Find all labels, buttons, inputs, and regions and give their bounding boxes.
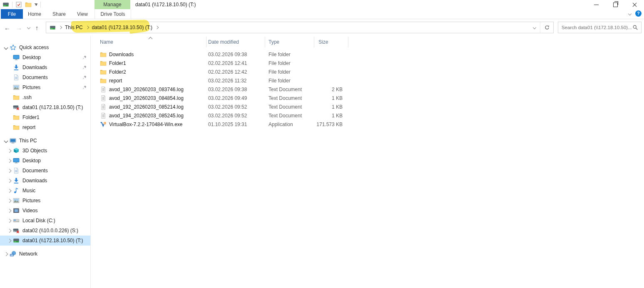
sidebar-item-pictures[interactable]: Pictures xyxy=(0,82,90,92)
drive-icon xyxy=(2,1,9,8)
file-type: File folder xyxy=(265,52,314,57)
sidebar-item-downloads[interactable]: Downloads xyxy=(0,62,90,72)
address-dropdown-caret-icon[interactable] xyxy=(529,22,540,33)
item-icon xyxy=(13,104,20,111)
sidebar-item-downloads[interactable]: Downloads xyxy=(0,176,90,186)
sidebar-item-data02-10-0-0-226-s[interactable]: data02 (\\10.0.0.226) (S:) xyxy=(0,226,90,236)
tab-drive-tools[interactable]: Drive Tools xyxy=(94,9,131,19)
sidebar-item-data01-172-18-10-50-t[interactable]: data01 (\\172.18.10.50) (T:) xyxy=(0,236,90,246)
recent-locations-chevron-icon[interactable] xyxy=(27,26,30,29)
file-row-downloads[interactable]: Downloads 03.02.2026 09:38 File folder xyxy=(91,50,644,59)
sidebar-item-label: Desktop xyxy=(22,158,41,164)
expander-chevron-icon[interactable] xyxy=(7,228,12,233)
expander-chevron-icon[interactable] xyxy=(7,199,12,203)
file-type: File folder xyxy=(265,69,314,75)
sidebar-item-videos[interactable]: Videos xyxy=(0,206,90,216)
file-name: Folder2 xyxy=(109,69,126,75)
file-row-avod-180-20260203-083746-log[interactable]: avod_180_20260203_083746.log 03.02.2026 … xyxy=(91,85,644,94)
expander-chevron-icon[interactable] xyxy=(7,159,12,163)
search-input[interactable] xyxy=(558,25,632,30)
file-type-icon xyxy=(100,95,107,102)
sidebar-item-label: Documents xyxy=(22,74,48,80)
file-row-avod-190-20260203-084854-log[interactable]: avod_190_20260203_084854.log 03.02.2026 … xyxy=(91,94,644,102)
breadcrumb-chevron-icon[interactable] xyxy=(85,26,89,29)
file-name: avod_192_20260203_085214.log xyxy=(109,104,184,110)
file-row-avod-194-20260203-085245-log[interactable]: avod_194_20260203_085245.log 03.02.2026 … xyxy=(91,111,644,120)
sidebar-section-this-pc[interactable]: This PC xyxy=(0,136,90,146)
sidebar-item-desktop[interactable]: Desktop xyxy=(0,156,90,166)
item-icon xyxy=(13,54,20,61)
sidebar-section: Quick access Desktop Downloads Documents… xyxy=(0,42,90,132)
file-row-folder1[interactable]: Folder1 02.02.2026 12:41 File folder xyxy=(91,59,644,67)
sidebar-item-report[interactable]: report xyxy=(0,122,90,132)
expander-chevron-icon[interactable] xyxy=(4,139,8,143)
breadcrumb-this-pc[interactable]: This PC xyxy=(65,25,83,30)
file-row-folder2[interactable]: Folder2 02.02.2026 12:42 File folder xyxy=(91,67,644,76)
sidebar-item-ssh[interactable]: .ssh xyxy=(0,92,90,102)
file-row-virtualbox-7-2-2-170484-win-exe[interactable]: VirtualBox-7.2.2-170484-Win.exe 01.10.20… xyxy=(91,120,644,129)
breadcrumb-data01[interactable]: data01 (\\172.18.10.50) (T:) xyxy=(92,25,152,30)
column-header-size[interactable]: Size xyxy=(314,37,348,47)
file-date-modified: 02.02.2026 12:42 xyxy=(206,69,265,75)
tab-view[interactable]: View xyxy=(71,9,94,19)
breadcrumb-chevron-icon[interactable] xyxy=(59,26,62,29)
column-header-type[interactable]: Type xyxy=(265,37,314,47)
close-button[interactable] xyxy=(625,0,644,9)
expander-chevron-icon[interactable] xyxy=(7,189,12,193)
search-icon[interactable] xyxy=(632,25,638,30)
expander-chevron-icon[interactable] xyxy=(7,209,12,213)
tab-home[interactable]: Home xyxy=(23,9,46,19)
expander-chevron-icon[interactable] xyxy=(7,149,12,153)
file-type-icon xyxy=(100,86,107,93)
search-box[interactable] xyxy=(558,22,642,33)
restore-button[interactable] xyxy=(606,0,625,9)
sidebar-item-label: Folder1 xyxy=(22,114,40,120)
sidebar-item-folder1[interactable]: Folder1 xyxy=(0,112,90,122)
file-row-avod-192-20260203-085214-log[interactable]: avod_192_20260203_085214.log 03.02.2026 … xyxy=(91,102,644,111)
pin-icon xyxy=(82,55,87,60)
column-header-date-modified[interactable]: Date modified xyxy=(206,37,265,47)
ribbon-collapse-chevron-icon[interactable] xyxy=(628,12,632,15)
properties-check-icon[interactable] xyxy=(15,1,22,8)
sidebar-item-desktop[interactable]: Desktop xyxy=(0,52,90,62)
expander-chevron-icon[interactable] xyxy=(4,45,8,50)
expander-chevron-icon[interactable] xyxy=(7,238,12,243)
manage-contextual-tab[interactable]: Manage xyxy=(94,0,130,9)
sidebar-section-quick-access[interactable]: Quick access xyxy=(0,42,90,52)
refresh-icon[interactable] xyxy=(540,22,553,33)
tab-file[interactable]: File xyxy=(1,9,23,19)
file-type: File folder xyxy=(265,60,314,66)
customize-caret-icon[interactable] xyxy=(35,3,37,6)
sidebar-item-pictures[interactable]: Pictures xyxy=(0,196,90,206)
file-type: Application xyxy=(265,122,314,127)
expander-chevron-icon[interactable] xyxy=(7,218,12,223)
address-bar[interactable]: This PC data01 (\\172.18.10.50) (T:) xyxy=(46,22,554,33)
file-row-report[interactable]: report 03.02.2026 11:32 File folder xyxy=(91,76,644,85)
tab-share[interactable]: Share xyxy=(47,9,71,19)
sidebar-section-label: Quick access xyxy=(19,45,49,50)
sidebar-item-3d-objects[interactable]: 3D Objects xyxy=(0,146,90,156)
item-icon xyxy=(13,237,20,244)
expander-chevron-icon[interactable] xyxy=(7,179,12,183)
new-folder-icon[interactable] xyxy=(25,1,32,8)
forward-button[interactable]: → xyxy=(16,25,22,31)
up-button[interactable]: ↑ xyxy=(35,25,39,31)
file-type-icon xyxy=(100,60,107,67)
help-icon[interactable]: ? xyxy=(635,10,642,17)
file-date-modified: 01.10.2025 19:31 xyxy=(206,122,265,127)
sidebar-item-local-disk-c[interactable]: Local Disk (C:) xyxy=(0,216,90,226)
sidebar-item-music[interactable]: Music xyxy=(0,186,90,196)
sidebar-item-data01-172-18-10-50-t[interactable]: data01 (\\172.18.10.50) (T:) xyxy=(0,102,90,112)
sidebar-section-network[interactable]: Network xyxy=(0,249,90,259)
file-type-icon xyxy=(100,77,107,84)
minimize-button[interactable] xyxy=(587,0,606,9)
sidebar-item-label: .ssh xyxy=(22,94,32,100)
breadcrumb-chevron-icon[interactable] xyxy=(155,26,159,29)
sidebar-item-label: Desktop xyxy=(22,55,41,60)
expander-chevron-icon[interactable] xyxy=(4,252,8,256)
item-icon xyxy=(13,177,20,184)
sidebar-item-documents[interactable]: Documents xyxy=(0,166,90,176)
sidebar-item-documents[interactable]: Documents xyxy=(0,72,90,82)
back-button[interactable]: ← xyxy=(4,25,10,31)
expander-chevron-icon[interactable] xyxy=(7,169,12,173)
